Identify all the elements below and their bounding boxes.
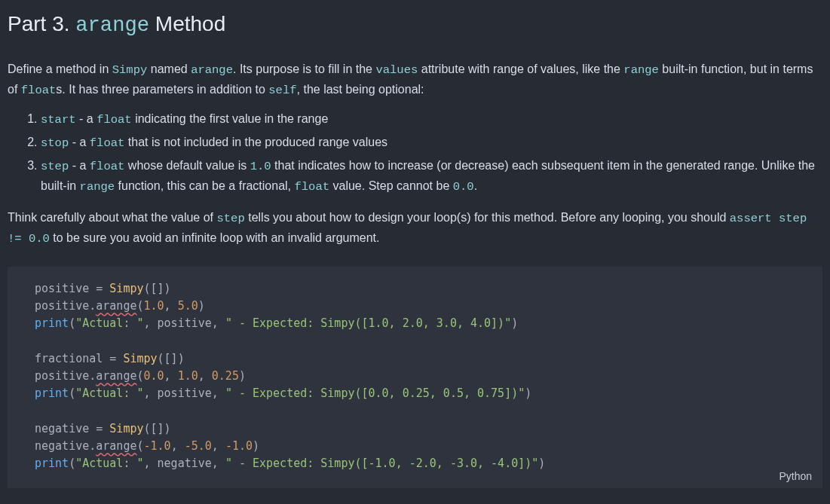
code-content: positive = Simpy([]) positive.arange(1.0… xyxy=(8,280,822,488)
tok: positive xyxy=(35,369,89,383)
tok: ) xyxy=(511,316,518,330)
text: value. Step cannot be xyxy=(329,179,453,192)
tok: -1.0 xyxy=(225,439,253,453)
tok: , xyxy=(198,369,212,383)
tok: ) xyxy=(538,457,545,470)
tok: ) xyxy=(198,299,205,313)
text: , the last being optional: xyxy=(297,83,424,96)
code-range: range xyxy=(623,63,659,77)
tok: ( xyxy=(158,352,164,365)
tok: , xyxy=(212,316,225,330)
tok: negative xyxy=(35,439,89,453)
tok: , xyxy=(144,457,158,470)
text: - a xyxy=(76,112,97,125)
tok: arange xyxy=(96,299,136,313)
heading-code: arange xyxy=(75,14,149,37)
tok: = xyxy=(89,422,109,435)
text: . Its purpose is to fill in the xyxy=(233,63,375,75)
tok: 0.0 xyxy=(144,369,164,383)
text: to be sure you avoid an infinite loop wi… xyxy=(50,231,380,244)
heading-text-pre: Part 3. xyxy=(8,12,75,35)
code-stop: stop xyxy=(41,136,69,150)
tok: , xyxy=(212,457,225,470)
tok: 0.25 xyxy=(212,369,239,383)
tok: ( xyxy=(69,316,75,330)
tok: fractional xyxy=(35,352,103,365)
tok: negative xyxy=(35,422,89,435)
tok: 5.0 xyxy=(178,299,198,313)
tok: print xyxy=(35,457,69,470)
code-float: float xyxy=(90,136,125,150)
tok: . xyxy=(89,439,96,453)
code-float: float xyxy=(96,113,132,127)
tok: [] xyxy=(151,422,164,435)
text: . xyxy=(474,179,477,192)
tok: positive xyxy=(158,316,212,330)
tok: , xyxy=(212,386,225,400)
tok: ) xyxy=(525,386,531,400)
text: Think carefully about what the value of xyxy=(8,211,217,224)
tok: " - Expected: Simpy([-1.0, -2.0, -3.0, -… xyxy=(225,457,538,470)
text: Define a method in xyxy=(8,63,112,75)
tok: "Actual: " xyxy=(75,316,143,330)
param-start: start - a float indicating the first val… xyxy=(41,109,822,130)
code-float: float xyxy=(90,160,125,173)
note-paragraph: Think carefully about what the value of … xyxy=(8,208,822,249)
param-stop: stop - a float that is not included in t… xyxy=(41,133,822,153)
tok: "Actual: " xyxy=(75,386,143,400)
tok: , xyxy=(144,316,158,330)
tok: ( xyxy=(136,439,143,453)
code-float: float xyxy=(295,180,330,194)
tok: = xyxy=(103,352,123,365)
tok: , xyxy=(164,369,178,383)
code-simpy: Simpy xyxy=(112,63,148,77)
tok: ( xyxy=(144,422,151,435)
code-block: positive = Simpy([]) positive.arange(1.0… xyxy=(8,267,822,488)
code-range: range xyxy=(80,180,115,194)
tok: arange xyxy=(96,369,136,383)
tok: [] xyxy=(151,282,164,295)
tok: ( xyxy=(69,386,75,400)
tok: ( xyxy=(144,282,151,295)
code-arange: arange xyxy=(191,63,233,77)
text: whose default value is xyxy=(124,159,250,172)
tok: ) xyxy=(178,352,185,365)
tok: . xyxy=(89,299,96,313)
tok: positive xyxy=(35,282,89,295)
code-self: self xyxy=(268,84,296,97)
text: that is not included in the produced ran… xyxy=(124,136,387,148)
param-step: step - a float whose default value is 1.… xyxy=(41,156,822,197)
code-step: step xyxy=(217,212,245,225)
tok: 1.0 xyxy=(178,369,198,383)
tok: = xyxy=(89,282,109,295)
tok: negative xyxy=(158,457,212,470)
text: - a xyxy=(69,136,90,148)
tok: -5.0 xyxy=(185,439,212,453)
text: s. It has three parameters in addition t… xyxy=(56,83,268,96)
tok: ) xyxy=(239,369,246,383)
tok: positive xyxy=(158,386,212,400)
text: indicating the first value in the range xyxy=(132,112,329,125)
tok: ( xyxy=(136,369,143,383)
tok: . xyxy=(89,369,96,383)
tok: print xyxy=(35,316,69,330)
code-zero: 0.0 xyxy=(453,180,474,194)
tok: positive xyxy=(35,299,89,313)
code-values: values xyxy=(375,63,418,77)
tok: , xyxy=(144,386,158,400)
tok: , xyxy=(164,299,178,313)
text: named xyxy=(147,63,191,75)
tok: -1.0 xyxy=(144,439,171,453)
tok: " - Expected: Simpy([1.0, 2.0, 3.0, 4.0]… xyxy=(225,316,511,330)
text: - a xyxy=(69,159,90,172)
tok: ( xyxy=(136,299,143,313)
tok: Simpy xyxy=(109,422,143,435)
tok: [] xyxy=(164,352,178,365)
tok: Simpy xyxy=(109,282,143,295)
tok: , xyxy=(212,439,225,453)
code-one: 1.0 xyxy=(250,160,271,173)
tok: ) xyxy=(164,282,171,295)
tok: ) xyxy=(253,439,259,453)
tok: print xyxy=(35,386,69,400)
tok: arange xyxy=(96,439,136,453)
